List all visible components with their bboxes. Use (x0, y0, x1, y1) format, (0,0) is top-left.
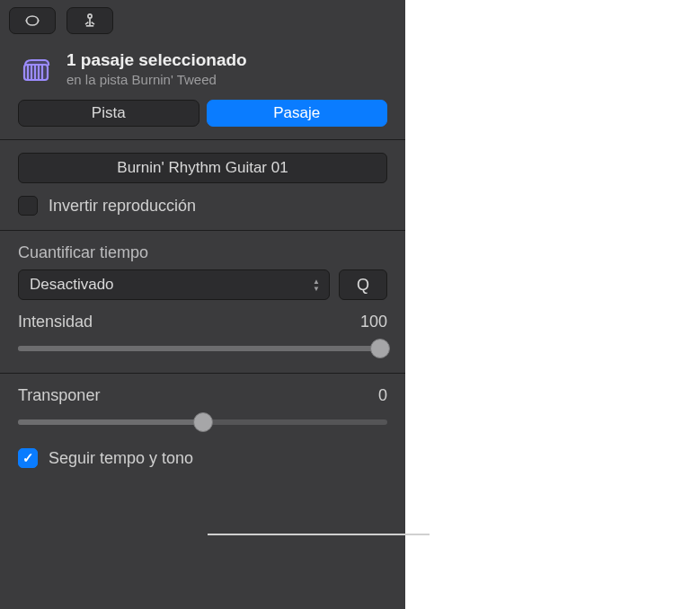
follow-tempo-checkbox[interactable] (18, 448, 38, 468)
slider-thumb[interactable] (370, 339, 390, 358)
quantize-select[interactable]: Desactivado ▲▼ (18, 269, 330, 300)
header-subtitle: en la pista Burnin' Tweed (66, 72, 247, 87)
region-name-field[interactable]: Burnin' Rhythm Guitar 01 (18, 153, 387, 183)
region-name-section: Burnin' Rhythm Guitar 01 Invertir reprod… (0, 140, 405, 230)
toolbar (0, 0, 405, 40)
transpose-section: Transponer 0 Seguir tempo y tono (0, 374, 405, 482)
transpose-slider[interactable] (18, 412, 387, 432)
follow-tempo-label: Seguir tempo y tono (49, 449, 193, 468)
inspector-panel: 1 pasaje seleccionado en la pista Burnin… (0, 0, 405, 609)
invert-playback-row[interactable]: Invertir reproducción (18, 196, 387, 216)
apple-loop-icon (20, 53, 52, 85)
slider-thumb[interactable] (193, 412, 213, 432)
invert-playback-label: Invertir reproducción (49, 197, 196, 216)
quantize-apply-button[interactable]: Q (339, 269, 387, 300)
intensity-value: 100 (360, 313, 387, 331)
tuning-fork-button[interactable] (66, 7, 113, 34)
region-header: 1 pasaje seleccionado en la pista Burnin… (0, 40, 405, 100)
tab-track[interactable]: Pista (18, 100, 199, 127)
svg-point-0 (88, 14, 92, 18)
intensity-slider[interactable] (18, 339, 387, 358)
tab-region[interactable]: Pasaje (207, 100, 388, 127)
transpose-value: 0 (378, 386, 387, 405)
tuning-fork-icon (81, 12, 99, 30)
follow-tempo-row[interactable]: Seguir tempo y tono (18, 448, 387, 468)
track-region-tabs: Pista Pasaje (0, 100, 405, 139)
quantize-section: Cuantificar tiempo Desactivado ▲▼ Q Inte… (0, 231, 405, 373)
loop-browser-button[interactable] (9, 7, 56, 34)
loop-icon (23, 12, 41, 30)
intensity-label: Intensidad (18, 313, 93, 331)
invert-playback-checkbox[interactable] (18, 196, 38, 216)
callout-line (208, 534, 430, 535)
quantize-label: Cuantificar tiempo (18, 243, 387, 262)
stepper-icon: ▲▼ (313, 278, 320, 292)
quantize-value: Desactivado (30, 276, 114, 294)
transpose-label: Transponer (18, 386, 100, 405)
header-title: 1 pasaje seleccionado (66, 50, 247, 70)
